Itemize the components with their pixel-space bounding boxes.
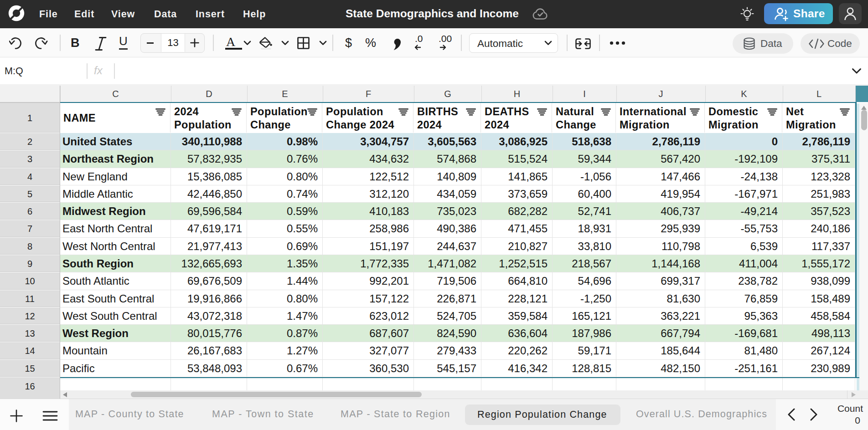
svg-text:.0: .0: [415, 34, 423, 44]
svg-text:.00: .00: [439, 34, 452, 44]
